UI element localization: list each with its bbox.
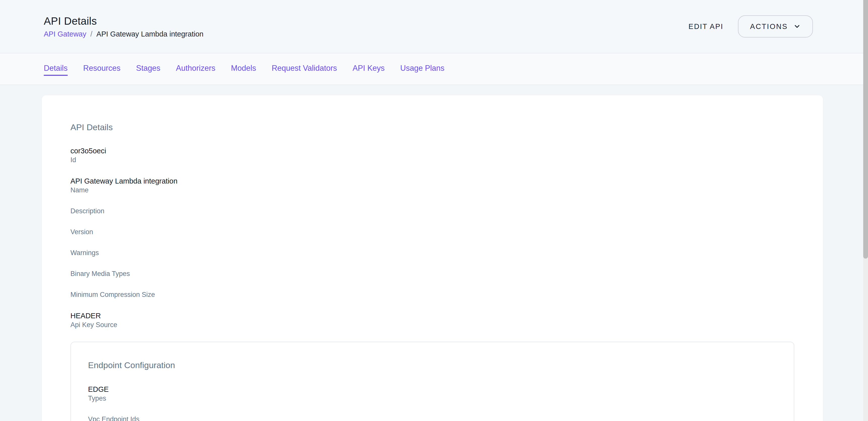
card-heading: API Details (70, 122, 794, 133)
field-id: cor3o5oeci Id (70, 146, 794, 164)
field-name: API Gateway Lambda integration Name (70, 177, 794, 194)
chevron-down-icon (793, 23, 801, 30)
field-description: Description (70, 207, 794, 215)
tab-bar: Details Resources Stages Authorizers Mod… (0, 53, 868, 85)
field-binary-media-types-label: Binary Media Types (70, 270, 794, 278)
field-minimum-compression-size: Minimum Compression Size (70, 290, 794, 299)
field-types-label: Types (88, 394, 777, 403)
page-title: API Details (44, 15, 204, 28)
field-api-key-source-value: HEADER (70, 311, 794, 320)
actions-button[interactable]: ACTIONS (738, 16, 813, 37)
field-api-key-source-label: Api Key Source (70, 321, 794, 329)
field-id-label: Id (70, 156, 794, 164)
field-version: Version (70, 228, 794, 236)
breadcrumb-current: API Gateway Lambda integration (96, 30, 204, 38)
field-version-label: Version (70, 228, 794, 236)
field-warnings: Warnings (70, 249, 794, 257)
edit-api-button[interactable]: EDIT API (688, 22, 723, 31)
field-vpc-endpoint-ids: Vpc Endpoint Ids (88, 415, 777, 421)
field-binary-media-types: Binary Media Types (70, 270, 794, 278)
field-minimum-compression-size-label: Minimum Compression Size (70, 290, 794, 299)
tab-resources[interactable]: Resources (83, 62, 121, 76)
endpoint-configuration-heading: Endpoint Configuration (88, 360, 777, 370)
tab-details[interactable]: Details (44, 62, 68, 76)
field-description-label: Description (70, 207, 794, 215)
breadcrumb-link-api-gateway[interactable]: API Gateway (44, 30, 86, 38)
tab-api-keys[interactable]: API Keys (353, 62, 385, 76)
tab-usage-plans[interactable]: Usage Plans (400, 62, 444, 76)
tab-request-validators[interactable]: Request Validators (272, 62, 337, 76)
tab-models[interactable]: Models (231, 62, 256, 76)
field-types: EDGE Types (88, 385, 777, 403)
field-warnings-label: Warnings (70, 249, 794, 257)
header-buttons: EDIT API ACTIONS (688, 16, 813, 37)
scrollbar-thumb[interactable] (863, 0, 868, 259)
tab-authorizers[interactable]: Authorizers (176, 62, 215, 76)
breadcrumb: API Gateway / API Gateway Lambda integra… (44, 30, 204, 38)
field-id-value: cor3o5oeci (70, 146, 794, 155)
main-content: API Details cor3o5oeci Id API Gateway La… (0, 85, 868, 421)
page-header: API Details API Gateway / API Gateway La… (0, 0, 868, 53)
field-vpc-endpoint-ids-label: Vpc Endpoint Ids (88, 415, 777, 421)
title-block: API Details API Gateway / API Gateway La… (44, 15, 204, 38)
field-name-label: Name (70, 186, 794, 194)
scrollbar-track[interactable] (863, 0, 868, 421)
tab-stages[interactable]: Stages (136, 62, 160, 76)
breadcrumb-separator: / (90, 30, 92, 38)
api-details-card: API Details cor3o5oeci Id API Gateway La… (41, 95, 823, 421)
field-name-value: API Gateway Lambda integration (70, 177, 794, 185)
endpoint-configuration-card: Endpoint Configuration EDGE Types Vpc En… (70, 342, 794, 421)
actions-button-label: ACTIONS (750, 22, 788, 31)
field-api-key-source: HEADER Api Key Source (70, 311, 794, 329)
field-types-value: EDGE (88, 385, 777, 394)
